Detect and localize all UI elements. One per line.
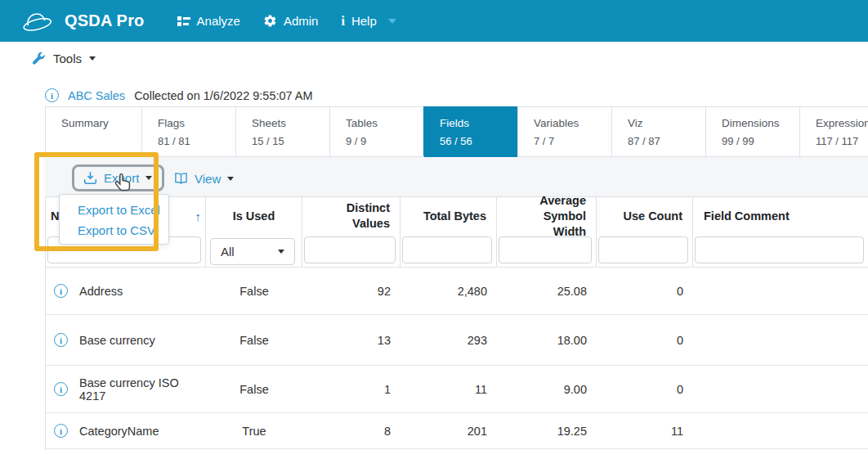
table-toolbar	[45, 157, 868, 196]
column-use-count[interactable]: Use Count	[597, 197, 693, 267]
use-count-value: 0	[597, 366, 693, 412]
chevron-down-icon	[227, 177, 234, 181]
column-is-used[interactable]: Is Used All	[206, 197, 302, 267]
use-count-value: 0	[597, 268, 693, 314]
export-dropdown-menu: Export to Excel Export to CSV	[59, 194, 169, 245]
tab-summary[interactable]: Summary	[45, 106, 141, 156]
view-button-label: View	[195, 172, 221, 186]
chevron-down-icon	[145, 176, 152, 180]
total-bytes-value: 2,480	[400, 268, 497, 314]
sort-ascending-icon[interactable]: ↑	[195, 209, 202, 224]
distinct-values-value: 13	[302, 315, 400, 365]
row-info-icon[interactable]: i	[54, 424, 68, 438]
tab-viz[interactable]: Viz 87 / 87	[611, 106, 705, 156]
distinct-values-value: 8	[302, 413, 400, 448]
distinct-values-value: 92	[302, 268, 400, 314]
use-count-value: 11	[597, 413, 693, 448]
is-used-value: False	[206, 315, 302, 365]
tab-tables[interactable]: Tables 9 / 9	[329, 106, 423, 156]
table-row: i CategoryName True 8 201 19.25 11	[46, 413, 868, 449]
field-comment-value	[693, 366, 868, 412]
field-name: Address	[79, 285, 123, 298]
view-columns-icon	[174, 172, 188, 185]
field-comment-value	[693, 413, 868, 448]
nav-help-label: Help	[351, 14, 377, 28]
chevron-down-icon	[278, 250, 284, 254]
chevron-down-icon	[89, 56, 96, 61]
row-info-icon[interactable]: i	[54, 284, 68, 298]
nav-admin[interactable]: Admin	[263, 14, 319, 28]
distinct-values-value: 1	[302, 366, 400, 412]
tools-label: Tools	[53, 52, 82, 65]
app-title: QSDA Pro	[65, 11, 145, 30]
total-bytes-filter-input[interactable]	[402, 236, 492, 263]
field-name: Base currency	[79, 334, 155, 347]
section-tabs: Summary Flags 81 / 81 Sheets 15 / 15 Tab…	[45, 106, 868, 157]
top-navbar: QSDA Pro Analyze Admin i Help	[0, 0, 868, 42]
gear-icon	[263, 14, 277, 28]
tab-sheets[interactable]: Sheets 15 / 15	[235, 106, 329, 156]
export-download-icon	[83, 171, 97, 185]
tab-dimensions[interactable]: Dimensions 99 / 99	[705, 106, 799, 156]
qsda-hat-logo	[20, 9, 54, 34]
field-comment-filter-input[interactable]	[695, 236, 864, 263]
column-distinct-values[interactable]: Distinct Values	[302, 197, 400, 267]
is-used-value: True	[206, 413, 302, 448]
table-row: i Address False 92 2,480 25.08 0	[46, 268, 868, 315]
column-total-bytes[interactable]: Total Bytes	[400, 197, 497, 267]
total-bytes-value: 11	[400, 366, 497, 412]
total-bytes-value: 293	[400, 315, 497, 365]
tab-flags[interactable]: Flags 81 / 81	[141, 106, 235, 156]
document-info: i ABC Sales Collected on 1/6/2022 9:55:0…	[45, 88, 313, 102]
use-count-filter-input[interactable]	[598, 236, 688, 263]
wrench-icon	[31, 51, 46, 65]
table-body: i Address False 92 2,480 25.08 0 i Base …	[46, 268, 868, 449]
menu-item-export-to-csv[interactable]: Export to CSV	[60, 220, 168, 241]
is-used-value: False	[206, 366, 302, 412]
row-info-icon[interactable]: i	[54, 333, 68, 347]
field-comment-value	[693, 315, 868, 365]
document-link[interactable]: ABC Sales	[68, 89, 125, 102]
chevron-down-icon	[388, 19, 396, 24]
nav-analyze-label: Analyze	[197, 14, 240, 28]
nav-analyze[interactable]: Analyze	[177, 14, 240, 28]
avg-symbol-width-value: 19.25	[497, 413, 597, 448]
analyze-list-icon	[177, 16, 190, 27]
avg-symbol-width-value: 18.00	[497, 315, 597, 365]
is-used-filter-value: All	[221, 245, 235, 259]
is-used-filter-select[interactable]: All	[210, 238, 295, 265]
qsda-pro-window: QSDA Pro Analyze Admin i Help	[0, 0, 868, 450]
avg-symbol-width-value: 25.08	[497, 268, 597, 314]
view-button[interactable]: View	[174, 169, 234, 188]
total-bytes-value: 201	[400, 413, 497, 448]
table-row: i Base currency ISO 4217 False 1 11 9.00…	[46, 366, 868, 413]
field-name: Base currency ISO 4217	[79, 376, 206, 403]
distinct-values-filter-input[interactable]	[304, 236, 396, 263]
tab-variables[interactable]: Variables 7 / 7	[517, 106, 611, 156]
nav-help[interactable]: i Help	[341, 14, 396, 29]
tools-dropdown[interactable]: Tools	[31, 51, 96, 65]
field-name: CategoryName	[79, 425, 159, 438]
avg-symbol-width-value: 9.00	[497, 366, 597, 412]
mouse-cursor-hand	[113, 173, 135, 196]
column-field-comment[interactable]: Field Comment	[693, 197, 868, 267]
field-comment-value	[693, 268, 868, 314]
info-i-icon: i	[341, 14, 344, 29]
collected-timestamp: Collected on 1/6/2022 9:55:07 AM	[134, 89, 312, 102]
table-row: i Base currency False 13 293 18.00 0	[46, 315, 868, 366]
menu-item-export-to-excel[interactable]: Export to Excel	[60, 200, 168, 220]
tab-expressions[interactable]: Expressions 117 / 117	[799, 106, 868, 156]
use-count-value: 0	[597, 315, 693, 365]
column-average-symbol-width[interactable]: Average Symbol Width	[497, 197, 597, 267]
is-used-value: False	[206, 268, 302, 314]
nav-admin-label: Admin	[284, 14, 319, 28]
row-info-icon[interactable]: i	[54, 382, 68, 396]
avg-symbol-width-filter-input[interactable]	[499, 236, 592, 263]
info-circle-icon[interactable]: i	[45, 88, 59, 102]
tab-fields[interactable]: Fields 56 / 56	[423, 106, 517, 156]
